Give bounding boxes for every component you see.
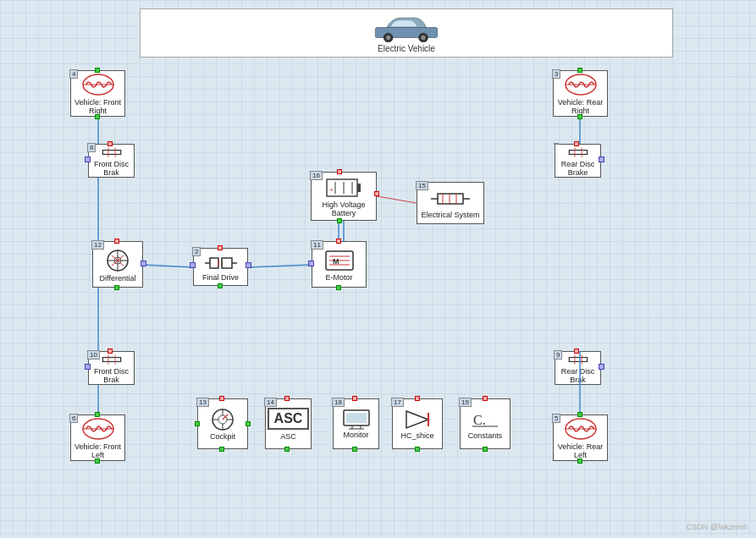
- cockpit-icon: [207, 407, 238, 432]
- front-disc-brake-bot-block[interactable]: 10 Front Disc Brak: [88, 351, 135, 385]
- port-blue-right-rdt: [599, 156, 604, 162]
- hc-shice-block[interactable]: 17 HC_shice: [392, 398, 443, 449]
- differential-label: Differential: [100, 274, 136, 283]
- svg-rect-28: [357, 184, 361, 192]
- port-fd-right: [246, 262, 251, 268]
- rear-disc-brake-top-label: Rear Disc Brake: [555, 160, 600, 177]
- block-num-6: 6: [69, 414, 78, 423]
- svg-rect-57: [569, 358, 587, 362]
- electrical-system-label: Electrical System: [421, 211, 479, 219]
- port-const-bottom: [483, 447, 488, 452]
- port-fd-bottom: [218, 283, 223, 288]
- port-cockpit-bottom: [219, 447, 224, 452]
- wheel-icon: [81, 73, 115, 96]
- brake-icon-rdb: [566, 352, 591, 367]
- wheel-icon-rr: [564, 73, 598, 96]
- vehicle-rear-right-block[interactable]: 3 Vehicle: Rear Right: [553, 70, 608, 117]
- port-top: [95, 68, 100, 73]
- port-top-rr: [577, 68, 582, 73]
- port-hcs-bottom: [415, 447, 420, 452]
- vehicle-label: Electric Vehicle: [378, 44, 435, 53]
- svg-text:+: +: [329, 186, 334, 194]
- vehicle-front-right-block[interactable]: 4 Vehicle: Front Right: [70, 70, 125, 117]
- port-fl-bottom: [95, 458, 100, 464]
- block-num-12: 12: [91, 240, 104, 250]
- diagram-canvas: Electric Vehicle 4 Vehicle: Front Right …: [0, 0, 756, 538]
- block-num-8: 8: [87, 143, 96, 152]
- differential-block[interactable]: 12 Differential: [92, 241, 143, 288]
- constants-label: Constants: [468, 431, 503, 440]
- vehicle-rear-left-block[interactable]: 5 Vehicle: Rear Left: [553, 414, 608, 461]
- constants-block[interactable]: 19 C. Constants: [460, 398, 510, 449]
- svg-line-8: [377, 196, 417, 203]
- block-num-rdt: [554, 143, 559, 145]
- port-blue-left: [85, 156, 91, 162]
- block-num-10: 10: [87, 350, 100, 360]
- vehicle-rear-right-label: Vehicle: Rear Right: [554, 98, 607, 115]
- rear-disc-brake-top-block[interactable]: Rear Disc Brake: [555, 144, 601, 178]
- high-voltage-battery-label: High Voltage Battery: [312, 200, 376, 217]
- battery-icon: +: [325, 175, 362, 200]
- vehicle-front-left-block[interactable]: 6 Vehicle: Front Left: [70, 414, 125, 461]
- final-drive-label: Final Drive: [202, 273, 239, 282]
- block-num-15: 15: [416, 181, 428, 190]
- front-disc-brake-top-label: Front Disc Brak: [89, 160, 134, 177]
- svg-text:M: M: [333, 257, 339, 266]
- motor-icon: M: [323, 248, 356, 273]
- asc-icon: ASC: [268, 408, 310, 430]
- port-cockpit-left: [195, 421, 200, 426]
- monitor-icon: [342, 409, 371, 431]
- e-motor-block[interactable]: 11 M E-Motor: [312, 241, 367, 288]
- svg-rect-21: [102, 151, 120, 155]
- front-disc-brake-top-block[interactable]: 8 Front Disc Brak: [88, 144, 135, 178]
- port-bottom-rr: [577, 114, 582, 119]
- vehicle-front-left-label: Vehicle: Front Left: [71, 442, 124, 459]
- cockpit-block[interactable]: 13 Cockpit: [197, 398, 248, 449]
- asc-block[interactable]: 14 ASC ASC: [265, 398, 312, 449]
- port-fl-top: [95, 412, 100, 417]
- monitor-block[interactable]: 18 Monitor: [333, 398, 379, 449]
- block-num-3: 3: [552, 69, 560, 79]
- port-fd-top: [218, 245, 223, 250]
- port-asc-bottom: [284, 447, 290, 452]
- port-em-bottom: [336, 285, 341, 290]
- block-num-11: 11: [311, 240, 323, 250]
- resistor-icon: [429, 187, 472, 211]
- electrical-system-block[interactable]: 15 Electrical System: [417, 182, 484, 224]
- port-em-left: [308, 261, 314, 266]
- block-num-5: 5: [552, 414, 560, 423]
- final-drive-block[interactable]: 2 Final Drive: [193, 248, 248, 286]
- svg-rect-34: [438, 194, 463, 204]
- port-fdb-left: [85, 364, 91, 370]
- diff-icon: [102, 247, 134, 274]
- high-voltage-battery-block[interactable]: 16 + High Voltage Battery: [311, 172, 377, 221]
- port-rdb-right: [599, 364, 604, 370]
- port-rl-bottom: [577, 458, 582, 464]
- svg-rect-24: [569, 151, 587, 155]
- svg-rect-54: [102, 358, 120, 362]
- wheel-icon-rl: [564, 417, 598, 441]
- port-fd-left: [190, 262, 196, 268]
- port-hvb-top: [337, 169, 342, 174]
- port-asc-top: [284, 396, 290, 401]
- port-fdb-top: [108, 349, 113, 354]
- watermark: CSDN @lwkznmh: [687, 523, 748, 531]
- port-hcs-top: [415, 396, 420, 401]
- port-diff-top: [114, 239, 119, 244]
- brake-icon-fdb: [99, 352, 124, 367]
- port-rdb-top: [574, 349, 579, 354]
- block-num-19: 19: [459, 398, 472, 407]
- block-num-9: 9: [554, 350, 562, 360]
- vehicle-top-block: Electric Vehicle: [140, 8, 673, 58]
- svg-line-5: [248, 265, 312, 267]
- svg-point-14: [386, 36, 390, 40]
- constants-icon: C.: [470, 408, 500, 431]
- port-diff-bottom: [114, 285, 119, 290]
- signal-icon: [403, 408, 432, 431]
- e-motor-label: E-Motor: [325, 273, 352, 282]
- port-mon-top: [352, 396, 357, 401]
- rear-disc-brake-bot-block[interactable]: 9 Rear Disc Brak: [555, 351, 601, 385]
- port-mon-bottom: [352, 447, 357, 452]
- block-num-13: 13: [196, 398, 209, 407]
- block-num-14: 14: [264, 398, 277, 407]
